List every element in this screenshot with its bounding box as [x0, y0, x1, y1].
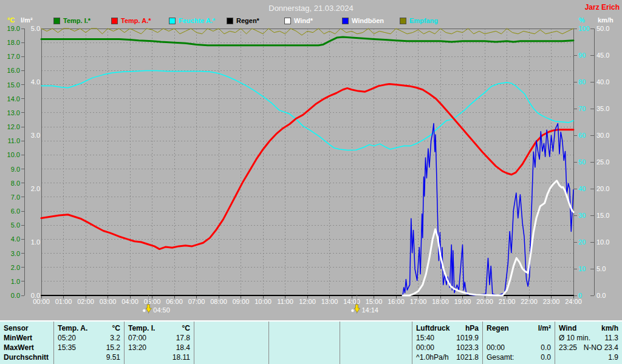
humidity-axis-tick-label: 40 — [578, 185, 586, 192]
temp-axis-tick-label: 6.0 — [11, 207, 20, 215]
table-value-row — [194, 352, 268, 362]
table-cell-value: 1021.8 — [456, 352, 479, 362]
temp-axis-tick-label: 15.0 — [7, 81, 20, 89]
time-axis-tick-label: 02:00 — [77, 298, 94, 305]
time-axis-tick-label: 13:00 — [321, 298, 338, 305]
time-axis-tick-label: 07:00 — [188, 298, 205, 305]
table-value-row: 23:25N-NO 23.4 — [555, 343, 622, 352]
table-cell-value: 0.0 — [541, 352, 551, 362]
temp-axis-tick-label: 14.0 — [7, 95, 20, 103]
table-row-label: Sensor — [0, 323, 53, 333]
marker-cloud-icon — [143, 309, 146, 312]
table-header-row: Regenl/m² — [483, 323, 555, 333]
table-header-row: Windkm/h — [555, 323, 622, 333]
table-header-row — [269, 323, 340, 333]
wind-axis-tick-label: 15.0 — [596, 212, 609, 219]
table-column-wind: Windkm/hØ 10 min.11.323:25N-NO 23.41.9 — [555, 322, 622, 364]
temp-axis-tick-label: 18.0 — [7, 39, 20, 46]
table-cell-value: 18.11 — [173, 352, 190, 362]
table-cell-value: 11.3 — [605, 333, 618, 343]
time-axis-tick-label: 11:00 — [277, 298, 293, 305]
temp-axis-tick-label: 0.0 — [11, 292, 20, 299]
humidity-axis-tick-label: 80 — [578, 78, 586, 86]
table-value-row — [340, 343, 412, 352]
rain-axis-tick-label: 3.0 — [31, 132, 40, 139]
table-cell-value: 15.2 — [106, 343, 120, 352]
table-value-row — [194, 343, 268, 352]
table-cell-value: 9.51 — [106, 352, 120, 362]
humidity-axis-tick-label: 30 — [578, 212, 586, 219]
time-axis-tick-label: 17:00 — [410, 298, 427, 305]
wind-axis-tick-label: 40.0 — [596, 78, 609, 86]
time-axis-tick-label: 20:00 — [476, 298, 493, 305]
time-axis-tick-label: 16:00 — [388, 298, 405, 305]
table-column-empty-2 — [194, 322, 268, 364]
table-row-label: MaxWert — [0, 343, 53, 352]
marker-time-label: 14:14 — [361, 306, 378, 314]
wind-axis-tick-label: 45.0 — [596, 52, 609, 59]
time-axis-tick-label: 06:00 — [166, 298, 183, 305]
wind-axis-tick-label: 50.0 — [596, 25, 609, 32]
wind-axis-tick-label: 30.0 — [596, 132, 609, 139]
humidity-axis-tick-label: 10 — [578, 265, 586, 272]
time-axis-tick-label: 03:00 — [100, 298, 117, 305]
table-value-row — [194, 333, 268, 343]
wind-axis-tick-label: 0.0 — [596, 292, 606, 299]
table-column-empty-3 — [268, 322, 340, 364]
time-axis-tick-label: 01:00 — [55, 298, 72, 305]
table-value-row: Ø 10 min.11.3 — [555, 333, 622, 343]
time-axis-tick-label: 12:00 — [299, 298, 316, 305]
time-axis-tick-label: 05:00 — [144, 298, 161, 305]
weather-chart: 19.018.017.016.015.014.013.012.011.010.0… — [0, 0, 622, 320]
temp-axis-tick-label: 8.0 — [11, 180, 20, 187]
table-row-label-text: Durchschnitt — [4, 352, 49, 362]
summary-table: SensorMinWertMaxWertDurchschnittTemp. A.… — [0, 322, 622, 364]
weather-station-screen: Donnerstag, 21.03.2024 Jarz Erich °C l/m… — [0, 0, 622, 364]
temp-axis-tick-label: 16.0 — [7, 67, 20, 74]
table-column-temp-a: Temp. A.°C05:203.215:3515.29.51 — [53, 322, 124, 364]
table-value-row: 00:001023.3 — [412, 343, 482, 352]
table-cell-value: 17.8 — [176, 333, 190, 343]
time-axis-tick-label: 09:00 — [233, 298, 250, 305]
humidity-axis-tick-label: 20 — [578, 238, 586, 246]
marker-arrow-icon — [146, 305, 151, 312]
temp-axis-tick-label: 17.0 — [7, 53, 20, 60]
temp-axis-tick-label: 2.0 — [11, 264, 20, 271]
humidity-axis-tick-label: 50 — [578, 158, 586, 166]
table-column-luftdruck: LuftdruckhPa15:401019.900:001023.3^1.0hP… — [412, 322, 482, 364]
table-value-row: 15:401019.9 — [412, 333, 482, 343]
table-sensor-unit: °C — [182, 323, 190, 333]
humidity-axis-tick-label: 100 — [578, 25, 589, 32]
table-cell-value: 1.9 — [608, 352, 618, 362]
table-sensor-unit: l/m² — [538, 323, 551, 333]
wind-axis-tick-label: 25.0 — [596, 158, 609, 166]
table-cell-value: 1023.3 — [456, 343, 479, 352]
table-value-row — [340, 333, 412, 343]
humidity-axis-tick-label: 70 — [578, 105, 586, 112]
rain-axis-tick-label: 5.0 — [31, 25, 40, 32]
table-header-row: Temp. A.°C — [54, 323, 124, 333]
rain-axis-tick-label: 4.0 — [31, 78, 40, 86]
table-sensor-unit: °C — [112, 323, 120, 333]
humidity-axis-tick-label: 90 — [578, 52, 586, 59]
table-cell-time: 15:40 — [416, 333, 434, 343]
wind-axis-tick-label: 35.0 — [596, 105, 609, 112]
temp-axis-tick-label: 11.0 — [7, 137, 20, 144]
table-row-label-text: Sensor — [4, 323, 29, 333]
temp-axis-tick-label: 3.0 — [11, 250, 20, 257]
table-row-labels-column: SensorMinWertMaxWertDurchschnitt — [0, 322, 53, 364]
table-sensor-name: Temp. I. — [128, 323, 155, 333]
marker-time-label: 04:50 — [153, 306, 170, 314]
table-cell-time: 15:35 — [58, 343, 76, 352]
table-cell-time: 00:00 — [487, 343, 505, 352]
table-cell-time: Ø 10 min. — [559, 333, 590, 343]
table-cell-time: 23:25 — [559, 343, 577, 352]
table-value-row: 05:203.2 — [54, 333, 124, 343]
time-axis-tick-label: 21:00 — [499, 298, 516, 305]
table-header-row — [194, 323, 268, 333]
table-value-row: 00:000.0 — [483, 343, 555, 352]
table-cell-value: 0.0 — [541, 343, 551, 352]
wind-axis-tick-label: 20.0 — [596, 185, 609, 192]
temp-axis-tick-label: 4.0 — [11, 235, 20, 243]
table-sensor-name: Temp. A. — [58, 323, 87, 333]
